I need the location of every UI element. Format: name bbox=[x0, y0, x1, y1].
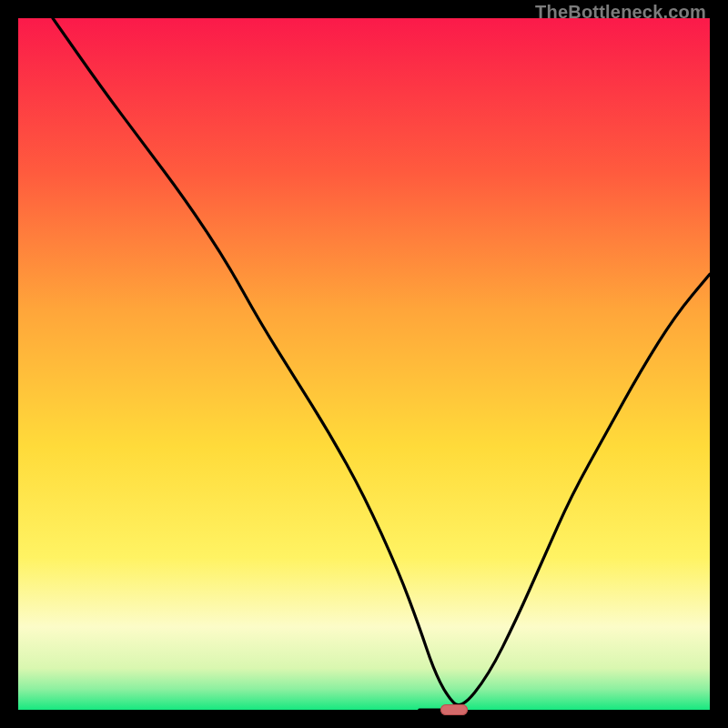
chart-frame bbox=[18, 18, 710, 710]
watermark-text: TheBottleneck.com bbox=[535, 2, 706, 23]
bottleneck-curve bbox=[18, 18, 710, 710]
plot-area bbox=[18, 18, 710, 710]
optimal-marker bbox=[440, 704, 468, 715]
